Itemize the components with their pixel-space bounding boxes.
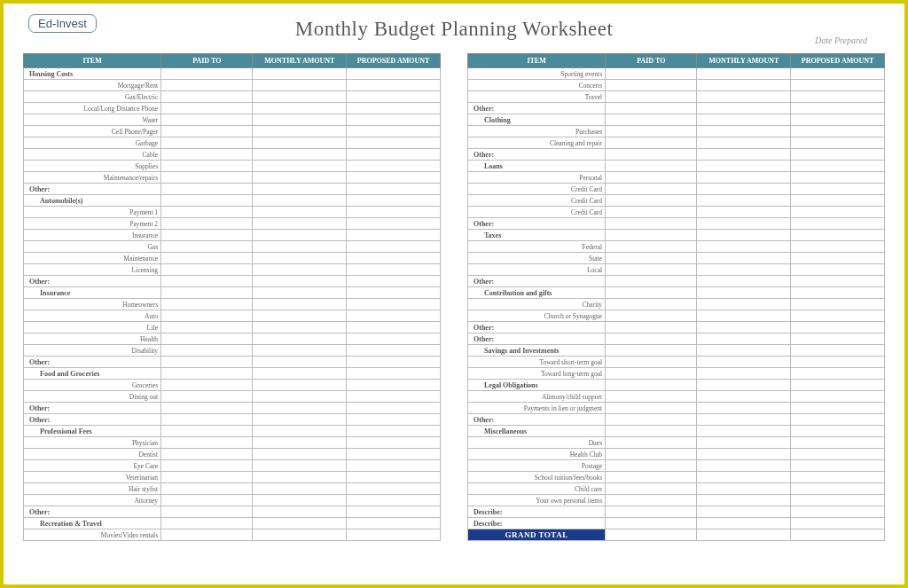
value-cell[interactable] [606, 310, 697, 322]
value-cell[interactable] [606, 195, 697, 207]
value-cell[interactable] [791, 345, 885, 357]
value-cell[interactable] [791, 103, 885, 114]
value-cell[interactable] [347, 80, 441, 91]
value-cell[interactable] [791, 403, 885, 414]
value-cell[interactable] [347, 437, 441, 449]
value-cell[interactable] [347, 506, 441, 518]
value-cell[interactable] [606, 472, 697, 483]
value-cell[interactable] [347, 184, 441, 195]
value-cell[interactable] [347, 414, 441, 426]
value-cell[interactable] [606, 449, 697, 460]
value-cell[interactable] [606, 437, 697, 449]
value-cell[interactable] [347, 368, 441, 380]
value-cell[interactable] [697, 322, 791, 333]
value-cell[interactable] [253, 368, 347, 380]
value-cell[interactable] [161, 149, 253, 161]
value-cell[interactable] [606, 357, 697, 368]
value-cell[interactable] [606, 414, 697, 426]
value-cell[interactable] [161, 322, 253, 333]
value-cell[interactable] [697, 506, 791, 518]
value-cell[interactable] [606, 391, 697, 403]
value-cell[interactable] [791, 149, 885, 161]
value-cell[interactable] [161, 126, 253, 137]
value-cell[interactable] [697, 333, 791, 345]
value-cell[interactable] [791, 230, 885, 241]
value-cell[interactable] [606, 426, 697, 437]
value-cell[interactable] [347, 126, 441, 137]
value-cell[interactable] [697, 449, 791, 460]
value-cell[interactable] [697, 91, 791, 103]
value-cell[interactable] [161, 506, 253, 518]
value-cell[interactable] [253, 333, 347, 345]
value-cell[interactable] [697, 218, 791, 230]
value-cell[interactable] [161, 287, 253, 299]
value-cell[interactable] [697, 391, 791, 403]
value-cell[interactable] [791, 299, 885, 310]
value-cell[interactable] [791, 287, 885, 299]
value-cell[interactable] [791, 357, 885, 368]
value-cell[interactable] [161, 68, 253, 80]
value-cell[interactable] [606, 230, 697, 241]
value-cell[interactable] [347, 322, 441, 333]
value-cell[interactable] [347, 149, 441, 161]
value-cell[interactable] [161, 241, 253, 253]
value-cell[interactable] [697, 380, 791, 391]
value-cell[interactable] [253, 68, 347, 80]
value-cell[interactable] [697, 414, 791, 426]
value-cell[interactable] [697, 149, 791, 161]
value-cell[interactable] [253, 437, 347, 449]
value-cell[interactable] [791, 253, 885, 264]
value-cell[interactable] [161, 207, 253, 218]
value-cell[interactable] [253, 426, 347, 437]
value-cell[interactable] [253, 114, 347, 126]
value-cell[interactable] [253, 322, 347, 333]
value-cell[interactable] [347, 495, 441, 506]
value-cell[interactable] [791, 368, 885, 380]
value-cell[interactable] [161, 368, 253, 380]
value-cell[interactable] [347, 333, 441, 345]
value-cell[interactable] [253, 103, 347, 114]
value-cell[interactable] [347, 287, 441, 299]
value-cell[interactable] [697, 345, 791, 357]
value-cell[interactable] [161, 253, 253, 264]
value-cell[interactable] [161, 195, 253, 207]
value-cell[interactable] [606, 253, 697, 264]
value-cell[interactable] [791, 195, 885, 207]
value-cell[interactable] [606, 161, 697, 172]
value-cell[interactable] [697, 126, 791, 137]
value-cell[interactable] [697, 437, 791, 449]
value-cell[interactable] [791, 207, 885, 218]
value-cell[interactable] [253, 184, 347, 195]
value-cell[interactable] [606, 126, 697, 137]
value-cell[interactable] [347, 207, 441, 218]
value-cell[interactable] [606, 264, 697, 276]
value-cell[interactable] [791, 483, 885, 495]
value-cell[interactable] [161, 495, 253, 506]
value-cell[interactable] [697, 368, 791, 380]
value-cell[interactable] [606, 184, 697, 195]
value-cell[interactable] [697, 276, 791, 287]
value-cell[interactable] [697, 241, 791, 253]
value-cell[interactable] [697, 460, 791, 472]
value-cell[interactable] [697, 495, 791, 506]
value-cell[interactable] [606, 460, 697, 472]
value-cell[interactable] [347, 472, 441, 483]
value-cell[interactable] [347, 391, 441, 403]
value-cell[interactable] [791, 310, 885, 322]
value-cell[interactable] [253, 518, 347, 529]
value-cell[interactable] [697, 184, 791, 195]
value-cell[interactable] [253, 276, 347, 287]
value-cell[interactable] [606, 322, 697, 333]
value-cell[interactable] [161, 518, 253, 529]
value-cell[interactable] [697, 68, 791, 80]
value-cell[interactable] [697, 518, 791, 529]
value-cell[interactable] [347, 380, 441, 391]
value-cell[interactable] [791, 437, 885, 449]
value-cell[interactable] [697, 287, 791, 299]
value-cell[interactable] [791, 333, 885, 345]
value-cell[interactable] [606, 506, 697, 518]
value-cell[interactable] [347, 345, 441, 357]
value-cell[interactable] [791, 506, 885, 518]
value-cell[interactable] [791, 161, 885, 172]
value-cell[interactable] [606, 403, 697, 414]
